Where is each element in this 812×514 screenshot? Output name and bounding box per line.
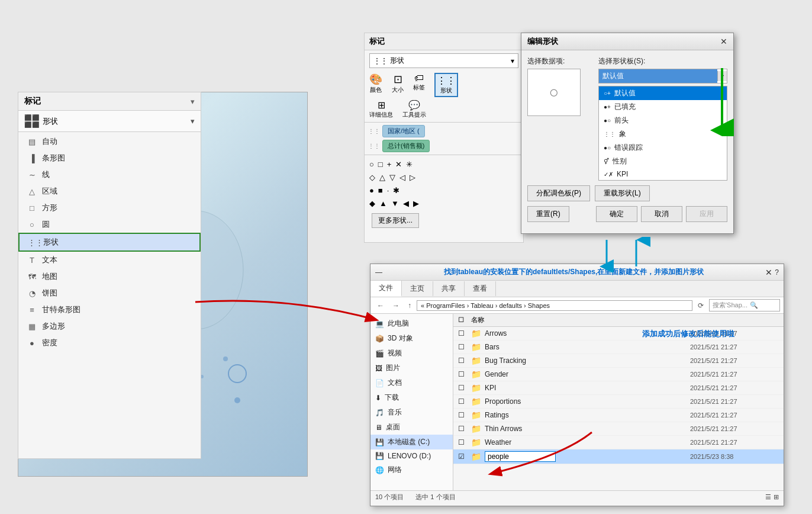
file-row-ratings[interactable]: ☐ 📁 Ratings 2021/5/21 21:27 <box>453 409 784 422</box>
check-gender[interactable]: ☐ <box>458 370 471 378</box>
explorer-close-button[interactable]: ✕ <box>765 268 772 277</box>
marks-item-gantt[interactable]: ≡ 甘特条形图 <box>18 301 201 318</box>
marks-item-density[interactable]: ● 密度 <box>18 335 201 351</box>
sidebar-downloads[interactable]: ⬇ 下载 <box>370 390 453 405</box>
shape-cell-triangle-down[interactable]: ▽ <box>388 172 397 183</box>
people-name-input[interactable] <box>485 451 556 462</box>
marks-type-dropdown[interactable]: ▾ <box>511 57 514 65</box>
check-people[interactable]: ☑ <box>458 452 471 461</box>
check-weather[interactable]: ☐ <box>458 438 471 446</box>
marks-item-shape[interactable]: ⋮⋮ 形状 <box>18 233 201 252</box>
assign-palette-button[interactable]: 分配调色板(P) <box>527 185 590 201</box>
reset-button[interactable]: 重置(R) <box>527 206 569 222</box>
field2-pill[interactable]: 总计(销售额) <box>382 140 430 152</box>
field-row-2[interactable]: ⋮⋮ 总计(销售额) <box>368 140 520 152</box>
apply-button[interactable]: 应用 <box>686 206 727 222</box>
marks-item-area[interactable]: △ 区域 <box>18 183 201 200</box>
check-kpi[interactable]: ☐ <box>458 384 471 392</box>
shape-cell-filled-arrow-right[interactable]: ▶ <box>412 198 420 209</box>
file-row-bugtracking[interactable]: ☐ 📁 Bug Tracking 2021/5/21 21:27 <box>453 354 784 368</box>
explorer-tab-home[interactable]: 主页 <box>402 281 433 296</box>
shape-list-item-proportion[interactable]: ●○ 比例 <box>599 180 727 181</box>
shape-cell-triangle-up[interactable]: △ <box>378 172 386 183</box>
check-bars[interactable]: ☐ <box>458 343 471 351</box>
marks-shape-dropdown-arrow[interactable]: ▾ <box>191 117 195 126</box>
file-row-thinarrows[interactable]: ☐ 📁 Thin Arrows 2021/5/21 21:27 <box>453 422 784 436</box>
sidebar-music[interactable]: 🎵 音乐 <box>370 405 453 420</box>
view-list-icon[interactable]: ☰ <box>765 493 771 501</box>
sidebar-video[interactable]: 🎬 视频 <box>370 346 453 361</box>
check-bugtracking[interactable]: ☐ <box>458 356 471 365</box>
palette-selector[interactable]: 默认值 ▾ <box>598 69 727 83</box>
shape-cell-x[interactable]: ✕ <box>394 159 403 170</box>
shape-cell-filled-triangle-down[interactable]: ▼ <box>390 198 400 209</box>
refresh-button[interactable]: ⟳ <box>695 300 707 311</box>
nav-up-button[interactable]: ↑ <box>405 300 414 311</box>
file-row-gender[interactable]: ☐ 📁 Gender 2021/5/21 21:27 <box>453 368 784 381</box>
field-row-1[interactable]: ⋮⋮ 国家/地区 ( <box>368 125 520 137</box>
shape-list-item-bugtracking[interactable]: ●○ 错误跟踪 <box>599 141 727 155</box>
sidebar-documents[interactable]: 📄 文档 <box>370 375 453 390</box>
shape-marks-btn[interactable]: ⋮⋮ 形状 <box>434 73 458 97</box>
more-shapes-button[interactable]: 更多形状... <box>372 213 419 228</box>
nav-back-button[interactable]: ← <box>374 300 387 311</box>
check-thinarrows[interactable]: ☐ <box>458 425 471 433</box>
marks-item-circle[interactable]: ○ 圆 <box>18 216 201 233</box>
address-path[interactable]: « ProgramFiles › Tableau › defaults › Sh… <box>417 300 692 311</box>
size-btn[interactable]: ⊡ 大小 <box>392 73 404 97</box>
sidebar-pictures[interactable]: 🖼 图片 <box>370 361 453 375</box>
marks-item-bar[interactable]: ▐ 条形图 <box>18 150 201 166</box>
sidebar-lenovo-d[interactable]: 💾 LENOVO (D:) <box>370 449 453 462</box>
label-btn[interactable]: 🏷 标签 <box>413 73 425 97</box>
marks-item-pie[interactable]: ◔ 饼图 <box>18 285 201 301</box>
sidebar-local-disk-c[interactable]: 💾 本地磁盘 (C:) <box>370 435 453 449</box>
color-btn[interactable]: 🎨 颜色 <box>369 73 382 97</box>
shape-list-item-xiang[interactable]: ⋮⋮ 象 <box>599 127 727 141</box>
shape-cell-filled-circle[interactable]: ● <box>368 185 375 196</box>
sidebar-network[interactable]: 🌐 网络 <box>370 462 453 477</box>
tooltip-btn[interactable]: 💬 工具提示 <box>402 99 426 119</box>
shape-cell-filled-square[interactable]: ■ <box>377 185 384 196</box>
file-row-arrows[interactable]: ☐ 📁 Arrows 2021/5/21 21:27 <box>453 327 784 340</box>
shape-cell-diamond[interactable]: ◇ <box>368 172 376 183</box>
shape-cell-star[interactable]: ✳ <box>405 159 414 170</box>
file-row-proportions[interactable]: ☐ 📁 Proportions 2021/5/21 21:27 <box>453 395 784 409</box>
reload-shape-button[interactable]: 重载形状(L) <box>595 185 650 201</box>
marks-item-line[interactable]: ∼ 线 <box>18 166 201 183</box>
check-arrows[interactable]: ☐ <box>458 329 471 338</box>
palette-value[interactable]: 默认值 <box>599 69 717 83</box>
sidebar-desktop[interactable]: 🖥 桌面 <box>370 420 453 435</box>
check-proportions[interactable]: ☐ <box>458 397 471 406</box>
shape-cell-asterisk[interactable]: ✱ <box>392 185 401 196</box>
explorer-help-button[interactable]: ? <box>775 268 779 277</box>
marks-item-text[interactable]: T 文本 <box>18 252 201 268</box>
shape-list-item-default[interactable]: ○+ 默认值 <box>599 86 727 100</box>
palette-dropdown-arrow[interactable]: ▾ <box>717 71 727 81</box>
detail-btn[interactable]: ⊞ 详细信息 <box>369 99 393 119</box>
marks-item-square[interactable]: □ 方形 <box>18 200 201 216</box>
marks-item-map[interactable]: 🗺 地图 <box>18 268 201 285</box>
nav-forward-button[interactable]: → <box>389 300 402 311</box>
field1-pill[interactable]: 国家/地区 ( <box>382 125 425 137</box>
shape-cell-arrow-right[interactable]: ▷ <box>408 172 417 183</box>
shape-cell-filled-arrow-left[interactable]: ◀ <box>402 198 410 209</box>
shape-list-item-arrows[interactable]: ●○ 前头 <box>599 114 727 127</box>
shape-cell-arrow-left[interactable]: ◁ <box>398 172 407 183</box>
cancel-button[interactable]: 取消 <box>641 206 682 222</box>
shape-list-item-gender[interactable]: ⚥ 性别 <box>599 155 727 168</box>
search-box[interactable]: 搜索'Shap... 🔍 <box>709 299 780 311</box>
check-ratings[interactable]: ☐ <box>458 411 471 419</box>
marks-panel-collapse[interactable]: ▾ <box>191 97 195 106</box>
explorer-tab-view[interactable]: 查看 <box>465 281 496 296</box>
file-row-bars[interactable]: ☐ 📁 Bars 2021/5/21 21:27 <box>453 340 784 354</box>
shape-list-item-filled[interactable]: ●+ 已填充 <box>599 100 727 114</box>
shape-list-item-kpi[interactable]: ✓✗ KPI <box>599 168 727 180</box>
explorer-tab-share[interactable]: 共享 <box>433 281 465 296</box>
shape-cell-dot[interactable]: · <box>386 185 391 196</box>
file-row-kpi[interactable]: ☐ 📁 KPI 2021/5/21 21:27 <box>453 381 784 395</box>
dialog-close-button[interactable]: ✕ <box>720 37 727 46</box>
ok-button[interactable]: 确定 <box>596 206 637 222</box>
shape-cell-plus[interactable]: + <box>386 159 393 170</box>
view-grid-icon[interactable]: ⊞ <box>774 493 779 501</box>
sidebar-3d[interactable]: 📦 3D 对象 <box>370 331 453 346</box>
